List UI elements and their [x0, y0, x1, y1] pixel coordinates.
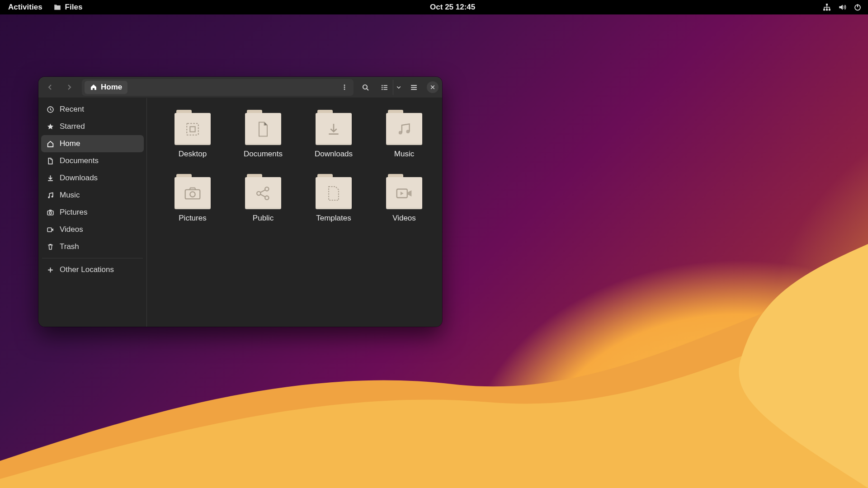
svg-rect-17 [411, 85, 417, 86]
folder-icon [245, 110, 281, 145]
sidebar-item-pictures[interactable]: Pictures [41, 204, 144, 221]
svg-rect-25 [47, 228, 52, 232]
music-emblem-icon [396, 122, 412, 137]
svg-point-4 [855, 5, 860, 10]
folder-icon [386, 110, 422, 145]
sidebar-item-label: Trash [60, 242, 79, 251]
svg-point-21 [48, 196, 50, 198]
desktop-wallpaper: Activities Files Oct 25 12:45 [0, 0, 868, 488]
sidebar-item-recent[interactable]: Recent [41, 101, 144, 118]
list-view-button[interactable] [376, 80, 393, 95]
files-content-area[interactable]: Desktop Documents [147, 98, 442, 327]
svg-point-9 [363, 84, 367, 89]
sidebar-separator [42, 258, 143, 258]
hamburger-icon [410, 84, 418, 91]
svg-point-31 [190, 192, 195, 197]
search-button[interactable] [358, 80, 373, 95]
svg-rect-1 [823, 9, 825, 10]
power-icon [854, 3, 862, 11]
svg-point-6 [344, 84, 345, 86]
folder-grid: Desktop Documents [159, 110, 430, 223]
svg-rect-13 [382, 87, 382, 88]
sidebar-item-videos[interactable]: Videos [41, 221, 144, 238]
folder-label: Pictures [179, 214, 206, 223]
folder-item-videos[interactable]: Videos [370, 174, 438, 223]
chevron-left-icon [47, 84, 54, 91]
svg-rect-23 [47, 211, 53, 215]
window-close-button[interactable] [427, 81, 439, 93]
folder-icon [175, 174, 211, 209]
svg-rect-27 [190, 127, 195, 131]
folder-icon [386, 174, 422, 209]
document-icon [47, 157, 54, 165]
svg-point-28 [399, 131, 402, 134]
clock-button[interactable]: Oct 25 12:45 [425, 0, 481, 14]
sidebar-item-starred[interactable]: Starred [41, 118, 144, 135]
sidebar-item-label: Pictures [60, 208, 87, 217]
activities-button[interactable]: Activities [3, 0, 48, 14]
folder-label: Downloads [315, 150, 353, 159]
svg-rect-11 [382, 85, 382, 86]
folder-item-desktop[interactable]: Desktop [159, 110, 226, 159]
svg-line-10 [367, 89, 368, 90]
svg-point-22 [52, 196, 53, 197]
app-menu-button[interactable]: Files [48, 0, 88, 14]
sidebar-item-music[interactable]: Music [41, 187, 144, 204]
svg-rect-16 [383, 89, 387, 90]
download-emblem-icon [326, 122, 341, 137]
sidebar-item-downloads[interactable]: Downloads [41, 169, 144, 187]
svg-rect-30 [185, 189, 200, 198]
home-icon [90, 84, 97, 91]
folder-label: Videos [392, 214, 416, 223]
folder-icon [175, 110, 211, 145]
path-segment-home[interactable]: Home [85, 81, 127, 94]
path-menu-button[interactable] [338, 81, 351, 94]
folder-label: Documents [244, 150, 283, 159]
folder-item-music[interactable]: Music [370, 110, 438, 159]
folder-item-downloads[interactable]: Downloads [300, 110, 368, 159]
sidebar-item-other-locations[interactable]: Other Locations [41, 261, 144, 278]
files-window: Home [38, 77, 442, 327]
system-tray[interactable] [817, 0, 865, 14]
sidebar-item-label: Starred [60, 122, 85, 131]
sidebar-item-trash[interactable]: Trash [41, 238, 144, 255]
nav-back-button[interactable] [42, 80, 58, 95]
sidebar-item-label: Documents [60, 156, 99, 165]
folder-item-documents[interactable]: Documents [229, 110, 297, 159]
svg-point-32 [257, 191, 260, 195]
view-switcher[interactable] [376, 80, 404, 95]
folder-item-templates[interactable]: Templates [300, 174, 368, 223]
svg-rect-12 [383, 85, 387, 86]
folder-item-pictures[interactable]: Pictures [159, 174, 226, 223]
sidebar-item-label: Recent [60, 105, 84, 114]
hamburger-menu-button[interactable] [406, 80, 421, 95]
sidebar-item-documents[interactable]: Documents [41, 152, 144, 169]
svg-rect-19 [411, 89, 417, 89]
volume-icon [838, 3, 846, 11]
network-icon [823, 3, 831, 11]
folder-label: Public [253, 214, 274, 223]
folder-icon [316, 174, 352, 209]
svg-rect-35 [397, 189, 407, 197]
nav-forward-button[interactable] [61, 80, 77, 95]
files-app-icon [53, 3, 61, 11]
svg-point-24 [49, 211, 52, 214]
folder-item-public[interactable]: Public [229, 174, 297, 223]
window-headerbar: Home [38, 77, 442, 98]
trash-icon [47, 243, 54, 251]
svg-point-8 [344, 89, 345, 90]
star-icon [47, 123, 54, 131]
sidebar-item-home[interactable]: Home [41, 135, 144, 152]
sidebar-item-label: Downloads [60, 174, 98, 183]
svg-rect-26 [187, 123, 198, 135]
path-bar[interactable]: Home [82, 79, 354, 96]
chevron-down-icon [396, 84, 401, 90]
search-icon [362, 84, 369, 91]
svg-rect-2 [826, 9, 828, 10]
list-view-icon [381, 84, 388, 91]
document-emblem-icon [256, 121, 270, 137]
gnome-top-panel: Activities Files Oct 25 12:45 [0, 0, 868, 14]
desktop-emblem-icon [185, 122, 200, 137]
view-options-button[interactable] [393, 80, 404, 95]
video-icon [47, 226, 54, 234]
